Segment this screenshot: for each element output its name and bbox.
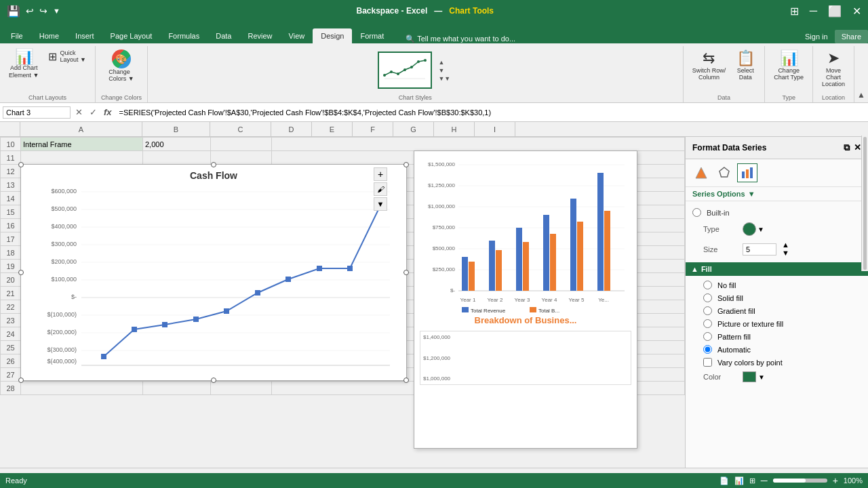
resize-handle-br[interactable] bbox=[403, 378, 409, 383]
vary-colors-label: Vary colors by point bbox=[717, 359, 783, 367]
tab-data[interactable]: Data bbox=[208, 28, 239, 43]
name-box[interactable] bbox=[3, 106, 71, 119]
switch-row-column-button[interactable]: ⇆ Switch Row/Column bbox=[689, 47, 730, 83]
tab-format[interactable]: Format bbox=[352, 28, 392, 43]
data-point-y2[interactable] bbox=[132, 327, 137, 332]
chart-filter-button[interactable]: ▼ bbox=[374, 197, 387, 211]
tab-insert[interactable]: Insert bbox=[67, 28, 102, 43]
size-down-arrow[interactable]: ▼ bbox=[782, 249, 789, 257]
restore-button[interactable]: ⬜ bbox=[828, 5, 842, 18]
cell-a10[interactable]: Internal Frame bbox=[21, 138, 143, 151]
resize-handle-ml[interactable] bbox=[18, 270, 24, 275]
size-input[interactable] bbox=[743, 243, 776, 256]
panel-close-button[interactable]: ✕ bbox=[854, 142, 861, 153]
tab-view[interactable]: View bbox=[281, 28, 313, 43]
cell-c10[interactable] bbox=[211, 138, 272, 151]
tab-design[interactable]: Design bbox=[313, 28, 352, 43]
chart-add-element-button[interactable]: + bbox=[374, 167, 387, 181]
no-fill-radio[interactable] bbox=[703, 281, 712, 289]
solid-fill-radio[interactable] bbox=[703, 293, 712, 302]
formula-input[interactable] bbox=[117, 108, 865, 117]
page-layout-view-button[interactable]: 📊 bbox=[734, 476, 744, 485]
collapse-ribbon-button[interactable]: ▲ bbox=[857, 90, 865, 100]
spreadsheet: 10 Internal Frame 2,000 11 12 13 14 15 1… bbox=[0, 137, 685, 468]
move-chart-button[interactable]: ➤ MoveChartLocation bbox=[818, 47, 848, 89]
customize-qat-icon[interactable]: ▼ bbox=[53, 7, 60, 15]
resize-handle-bl[interactable] bbox=[18, 378, 24, 383]
data-point-y1[interactable] bbox=[101, 354, 106, 359]
undo-icon[interactable]: ↩ bbox=[26, 5, 34, 16]
minimize-button[interactable]: ─ bbox=[810, 5, 817, 18]
change-chart-type-button[interactable]: 📊 ChangeChart Type bbox=[770, 47, 807, 83]
svg-text:$100,000: $100,000 bbox=[51, 276, 77, 283]
chart-styles-down-arrow[interactable]: ▼ bbox=[436, 66, 452, 75]
data-point-y9[interactable] bbox=[347, 266, 353, 271]
data-point-y4[interactable] bbox=[193, 317, 199, 322]
change-colors-button[interactable]: 🎨 ChangeColors ▼ bbox=[105, 47, 137, 84]
select-data-button[interactable]: 📋 SelectData bbox=[732, 47, 759, 83]
normal-view-button[interactable]: 📄 bbox=[719, 476, 729, 485]
data-point-y8[interactable] bbox=[317, 266, 322, 271]
title-bar: 💾 ↩ ↪ ▼ Backspace - Excel — Chart Tools … bbox=[0, 0, 868, 22]
zoom-slider[interactable] bbox=[773, 479, 827, 483]
picture-fill-radio[interactable] bbox=[703, 319, 712, 328]
resize-handle-mr[interactable] bbox=[403, 270, 409, 275]
tab-file[interactable]: File bbox=[3, 28, 31, 43]
data-point-y3[interactable] bbox=[162, 322, 167, 327]
resize-handle-tm[interactable] bbox=[211, 162, 216, 167]
marker-type-dot[interactable] bbox=[743, 222, 756, 236]
size-up-arrow[interactable]: ▲ bbox=[782, 241, 789, 249]
cash-flow-chart[interactable]: Cash Flow + 🖌 ▼ $600,000 $500,000 $400,0… bbox=[20, 164, 407, 381]
scrollbar-thumb[interactable] bbox=[863, 137, 867, 270]
color-swatch[interactable] bbox=[743, 371, 756, 382]
tab-formulas[interactable]: Formulas bbox=[160, 28, 208, 43]
panel-tab-fill-line[interactable] bbox=[691, 163, 711, 182]
zoom-out-button[interactable]: ─ bbox=[761, 475, 768, 486]
tab-page-layout[interactable]: Page Layout bbox=[102, 28, 161, 43]
tell-me-input[interactable]: 🔍 Tell me what you want to do... bbox=[406, 35, 515, 43]
save-icon[interactable]: 💾 bbox=[7, 5, 20, 18]
tab-home[interactable]: Home bbox=[31, 28, 67, 43]
marker-type-dropdown[interactable]: ▼ bbox=[757, 226, 764, 233]
chart-style-button[interactable]: 🖌 bbox=[374, 182, 387, 196]
bar-chart[interactable]: $1,500,000 $1,250,000 $1,000,000 $750,00… bbox=[414, 150, 637, 449]
sign-in-link[interactable]: Sign in bbox=[798, 30, 835, 43]
resize-handle-tr[interactable] bbox=[403, 162, 409, 167]
close-button[interactable]: ✕ bbox=[852, 5, 861, 18]
confirm-formula-button[interactable]: ✓ bbox=[87, 107, 99, 117]
resize-handle-bm[interactable] bbox=[211, 378, 216, 383]
chart-style-preview[interactable] bbox=[378, 52, 432, 89]
pattern-fill-radio[interactable] bbox=[703, 332, 712, 341]
window-icon[interactable]: ⊞ bbox=[790, 5, 799, 18]
fx-button[interactable]: fx bbox=[102, 107, 114, 117]
chart-styles-up-arrow[interactable]: ▲ bbox=[436, 58, 452, 66]
data-point-y5[interactable] bbox=[224, 308, 229, 314]
panel-tab-series-options[interactable] bbox=[737, 163, 757, 182]
zoom-in-button[interactable]: + bbox=[833, 475, 838, 486]
page-break-view-button[interactable]: ⊞ bbox=[749, 476, 755, 485]
vary-colors-checkbox[interactable] bbox=[703, 358, 712, 367]
zoom-level[interactable]: 100% bbox=[844, 476, 863, 485]
cancel-formula-button[interactable]: ✕ bbox=[73, 107, 85, 117]
cell-b10[interactable]: 2,000 bbox=[143, 138, 211, 151]
tab-review[interactable]: Review bbox=[239, 28, 280, 43]
add-chart-element-button[interactable]: 📊 Add ChartElement ▼ bbox=[5, 47, 42, 81]
data-point-y6[interactable] bbox=[255, 290, 260, 296]
series-options-dropdown[interactable]: Series Options ▼ bbox=[686, 187, 868, 201]
move-chart-label: MoveChartLocation bbox=[822, 67, 845, 87]
color-dropdown-arrow[interactable]: ▼ bbox=[758, 373, 765, 381]
builtin-radio[interactable] bbox=[692, 208, 701, 217]
redo-icon[interactable]: ↪ bbox=[39, 5, 47, 16]
data-point-y7[interactable] bbox=[285, 277, 291, 282]
gradient-fill-row: Gradient fill bbox=[692, 304, 861, 317]
chart-styles-more-arrow[interactable]: ▼▼ bbox=[436, 75, 452, 83]
resize-handle-tl[interactable] bbox=[18, 162, 24, 167]
fill-section-header[interactable]: ▲ Fill bbox=[686, 262, 868, 276]
panel-scrollbar[interactable] bbox=[861, 137, 868, 271]
automatic-radio[interactable] bbox=[703, 345, 712, 354]
panel-tab-effects[interactable] bbox=[714, 163, 734, 182]
panel-float-button[interactable]: ⧉ bbox=[844, 142, 850, 153]
quick-layout-button[interactable]: ⊞ QuickLayout ▼ bbox=[45, 47, 89, 65]
share-button[interactable]: Share bbox=[835, 30, 868, 43]
gradient-fill-radio[interactable] bbox=[703, 306, 712, 315]
